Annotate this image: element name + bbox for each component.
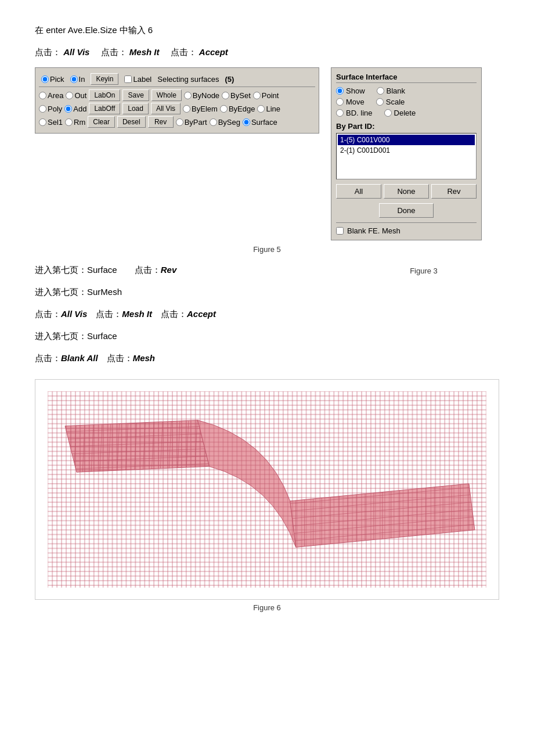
toolbar-header-row: Pick In Keyin Label Selecting surfaces (…: [39, 71, 315, 87]
radio-line[interactable]: Line: [257, 105, 280, 113]
all-button[interactable]: All: [336, 184, 381, 199]
instruction-2-prefix: 点击：: [35, 47, 61, 57]
surface-radio-row-1: Show Blank: [336, 87, 477, 95]
figure6-container: [35, 379, 499, 600]
labon-button[interactable]: LabOn: [89, 89, 120, 101]
mesh-svg: [47, 391, 487, 588]
instruction-1: 在 enter Ave.Ele.Size 中输入 6: [35, 23, 499, 37]
surface-panel-title: Surface Interface: [336, 73, 477, 83]
allvis-italic-2: All Vis: [61, 309, 87, 319]
radio-pick[interactable]: Pick: [41, 75, 64, 84]
instruction-3: 进入第七页：Surface 点击：Rev: [35, 263, 337, 277]
toolbar-row-3: Sel1 Rm Clear Desel Rev ByPart BySeg Sur…: [39, 116, 315, 128]
radio-bdline[interactable]: BD. line: [336, 109, 373, 117]
instruction-2: 点击： All Vis 点击： Mesh It 点击： Accept: [35, 45, 499, 59]
figure6-caption: Figure 6: [35, 603, 499, 612]
part-list: 1-(5) C001V000 2-(1) C001D001: [336, 133, 477, 179]
part-item-2[interactable]: 2-(1) C001D001: [338, 145, 475, 156]
rev-surface-button[interactable]: Rev: [431, 184, 477, 199]
surface-interface-panel: Surface Interface Show Blank Move Scale …: [331, 67, 482, 240]
radio-area[interactable]: Area: [39, 91, 63, 100]
surface-radio-row-2: Move Scale: [336, 98, 477, 106]
blankall-italic: Blank All: [61, 353, 98, 363]
figure3-caption: Figure 3: [348, 267, 499, 275]
radio-in[interactable]: In: [70, 75, 85, 84]
instruction-6: 进入第七页：Surface: [35, 329, 337, 343]
laboff-button[interactable]: LabOff: [89, 103, 120, 114]
save-button[interactable]: Save: [122, 89, 149, 101]
surface-btn-row: All None Rev: [336, 184, 477, 199]
radio-byset[interactable]: BySet: [222, 91, 251, 100]
mesh-italic: Mesh: [133, 353, 155, 363]
bypart-label: By Part ID:: [336, 122, 477, 131]
blank-mesh-row: Blank FE. Mesh: [336, 222, 477, 235]
instruction-2-sep2: 点击：: [162, 47, 197, 57]
radio-add[interactable]: Add: [64, 105, 86, 113]
toolbar-panel: Pick In Keyin Label Selecting surfaces (…: [35, 67, 319, 134]
radio-move[interactable]: Move: [336, 98, 365, 106]
done-button[interactable]: Done: [379, 203, 433, 218]
radio-point[interactable]: Point: [253, 91, 279, 100]
radio-poly[interactable]: Poly: [39, 105, 62, 113]
instruction-5: 点击：All Vis 点击：Mesh It 点击：Accept: [35, 307, 337, 321]
toolbar-row-1: Area Out LabOn Save Whole ByNode BySet P…: [39, 89, 315, 101]
meshit-italic-2: Mesh It: [122, 309, 152, 319]
meshit-link-1: Mesh It: [129, 47, 160, 57]
clear-button[interactable]: Clear: [88, 116, 115, 128]
count-badge: (5): [225, 75, 234, 84]
radio-rm[interactable]: Rm: [65, 118, 85, 127]
load-button[interactable]: Load: [122, 103, 149, 114]
instruction-7: 点击：Blank All 点击：Mesh: [35, 351, 337, 365]
instruction-2-sep1: 点击：: [92, 47, 127, 57]
blank-mesh-checkbox[interactable]: [336, 227, 344, 235]
label-text: Label: [133, 75, 151, 84]
label-checkbox-label[interactable]: Label: [124, 75, 151, 84]
whole-button[interactable]: Whole: [151, 89, 182, 101]
radio-bynode[interactable]: ByNode: [184, 91, 219, 100]
allvis-button[interactable]: All Vis: [151, 103, 181, 114]
rev-italic-1: Rev: [161, 265, 177, 275]
keyin-button[interactable]: Keyin: [91, 73, 118, 85]
label-checkbox[interactable]: [124, 75, 132, 83]
radio-delete[interactable]: Delete: [384, 109, 416, 117]
radio-byelem[interactable]: ByElem: [183, 105, 218, 113]
radio-show[interactable]: Show: [336, 87, 365, 95]
radio-scale[interactable]: Scale: [376, 98, 405, 106]
figure5-caption: Figure 5: [35, 245, 499, 254]
radio-byedge[interactable]: ByEdge: [220, 105, 255, 113]
accept-italic-2: Accept: [187, 309, 216, 319]
radio-surface[interactable]: Surface: [243, 118, 277, 127]
toolbar-row-2: Poly Add LabOff Load All Vis ByElem ByEd…: [39, 103, 315, 114]
accept-link-1: Accept: [199, 47, 228, 57]
radio-byseg[interactable]: BySeg: [210, 118, 240, 127]
main-panel-row: Pick In Keyin Label Selecting surfaces (…: [35, 67, 499, 240]
radio-blank[interactable]: Blank: [377, 87, 406, 95]
part-item-1[interactable]: 1-(5) C001V000: [338, 135, 475, 145]
desel-button[interactable]: Desel: [117, 116, 146, 128]
radio-bypart[interactable]: ByPart: [176, 118, 207, 127]
none-button[interactable]: None: [384, 184, 429, 199]
selecting-text: Selecting surfaces: [157, 75, 219, 84]
mesh-left-block: [48, 391, 486, 588]
radio-sel1[interactable]: Sel1: [39, 118, 63, 127]
done-row: Done: [336, 203, 477, 218]
rev-button[interactable]: Rev: [148, 116, 174, 128]
allvis-link-1: All Vis: [63, 47, 89, 57]
blank-mesh-label: Blank FE. Mesh: [347, 226, 400, 235]
instruction-4: 进入第七页：SurMesh: [35, 285, 337, 299]
radio-out[interactable]: Out: [66, 91, 86, 100]
surface-radio-row-3: BD. line Delete: [336, 109, 477, 117]
